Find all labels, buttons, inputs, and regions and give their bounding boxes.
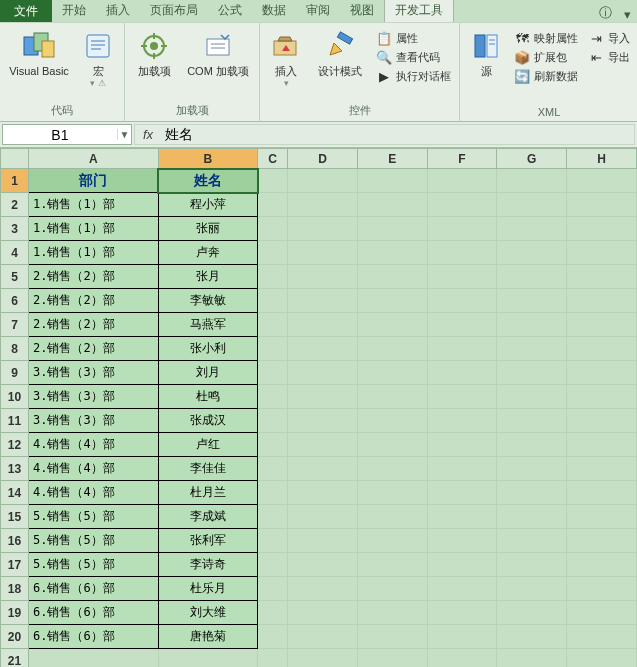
cell-A21[interactable] — [28, 649, 158, 668]
cell-C18[interactable] — [258, 577, 288, 601]
cell-B18[interactable]: 杜乐月 — [158, 577, 258, 601]
cell-E10[interactable] — [357, 385, 427, 409]
cell-B6[interactable]: 李敏敏 — [158, 289, 258, 313]
cell-F8[interactable] — [427, 337, 497, 361]
run-dialog-button[interactable]: ▶ 执行对话框 — [374, 67, 453, 85]
cell-G19[interactable] — [497, 601, 567, 625]
cell-D14[interactable] — [288, 481, 358, 505]
cell-D7[interactable] — [288, 313, 358, 337]
cell-D13[interactable] — [288, 457, 358, 481]
cell-D21[interactable] — [288, 649, 358, 668]
cell-B8[interactable]: 张小利 — [158, 337, 258, 361]
col-header-H[interactable]: H — [567, 149, 637, 169]
cell-B11[interactable]: 张成汉 — [158, 409, 258, 433]
design-mode-button[interactable]: 设计模式 — [312, 27, 368, 78]
cell-E20[interactable] — [357, 625, 427, 649]
cell-G4[interactable] — [497, 241, 567, 265]
cell-F13[interactable] — [427, 457, 497, 481]
row-header-6[interactable]: 6 — [1, 289, 29, 313]
cell-F5[interactable] — [427, 265, 497, 289]
cell-A4[interactable]: 1.销售（1）部 — [28, 241, 158, 265]
cell-H6[interactable] — [567, 289, 637, 313]
cell-H14[interactable] — [567, 481, 637, 505]
cell-G8[interactable] — [497, 337, 567, 361]
cell-D6[interactable] — [288, 289, 358, 313]
cell-B7[interactable]: 马燕军 — [158, 313, 258, 337]
tab-5[interactable]: 审阅 — [296, 0, 340, 22]
cell-B19[interactable]: 刘大维 — [158, 601, 258, 625]
row-header-5[interactable]: 5 — [1, 265, 29, 289]
cell-F16[interactable] — [427, 529, 497, 553]
cell-B20[interactable]: 唐艳菊 — [158, 625, 258, 649]
cell-C20[interactable] — [258, 625, 288, 649]
cell-H18[interactable] — [567, 577, 637, 601]
cell-D20[interactable] — [288, 625, 358, 649]
cell-H10[interactable] — [567, 385, 637, 409]
tab-file[interactable]: 文件 — [0, 0, 52, 22]
cell-G9[interactable] — [497, 361, 567, 385]
cell-D12[interactable] — [288, 433, 358, 457]
name-box-dropdown[interactable]: ▼ — [117, 129, 131, 140]
cell-H15[interactable] — [567, 505, 637, 529]
name-box[interactable]: ▼ — [2, 124, 132, 145]
cell-D4[interactable] — [288, 241, 358, 265]
cell-C3[interactable] — [258, 217, 288, 241]
row-header-19[interactable]: 19 — [1, 601, 29, 625]
cell-A14[interactable]: 4.销售（4）部 — [28, 481, 158, 505]
row-header-10[interactable]: 10 — [1, 385, 29, 409]
properties-button[interactable]: 📋 属性 — [374, 29, 453, 47]
cell-B12[interactable]: 卢红 — [158, 433, 258, 457]
cell-D5[interactable] — [288, 265, 358, 289]
minimize-ribbon-icon[interactable]: ▾ — [618, 7, 637, 22]
row-header-15[interactable]: 15 — [1, 505, 29, 529]
cell-C2[interactable] — [258, 193, 288, 217]
cell-A13[interactable]: 4.销售（4）部 — [28, 457, 158, 481]
cell-H4[interactable] — [567, 241, 637, 265]
cell-E12[interactable] — [357, 433, 427, 457]
cell-G14[interactable] — [497, 481, 567, 505]
cell-H2[interactable] — [567, 193, 637, 217]
name-box-input[interactable] — [3, 127, 117, 143]
col-header-E[interactable]: E — [357, 149, 427, 169]
export-button[interactable]: ⇤ 导出 — [586, 48, 632, 66]
cell-B15[interactable]: 李成斌 — [158, 505, 258, 529]
cell-D1[interactable] — [288, 169, 358, 193]
cell-E15[interactable] — [357, 505, 427, 529]
cell-G3[interactable] — [497, 217, 567, 241]
cell-D19[interactable] — [288, 601, 358, 625]
cell-G2[interactable] — [497, 193, 567, 217]
cell-D2[interactable] — [288, 193, 358, 217]
cell-D10[interactable] — [288, 385, 358, 409]
cell-F6[interactable] — [427, 289, 497, 313]
cell-C12[interactable] — [258, 433, 288, 457]
cell-H19[interactable] — [567, 601, 637, 625]
help-icon[interactable]: ⓘ — [593, 4, 618, 22]
cell-A8[interactable]: 2.销售（2）部 — [28, 337, 158, 361]
import-button[interactable]: ⇥ 导入 — [586, 29, 632, 47]
cell-F7[interactable] — [427, 313, 497, 337]
cell-C7[interactable] — [258, 313, 288, 337]
cell-E7[interactable] — [357, 313, 427, 337]
cell-G6[interactable] — [497, 289, 567, 313]
cell-C21[interactable] — [258, 649, 288, 668]
col-header-A[interactable]: A — [28, 149, 158, 169]
insert-control-button[interactable]: 插入 ▾ — [266, 27, 306, 88]
cell-A2[interactable]: 1.销售（1）部 — [28, 193, 158, 217]
col-header-G[interactable]: G — [497, 149, 567, 169]
cell-D17[interactable] — [288, 553, 358, 577]
cell-G21[interactable] — [497, 649, 567, 668]
cell-E3[interactable] — [357, 217, 427, 241]
row-header-13[interactable]: 13 — [1, 457, 29, 481]
cell-H1[interactable] — [567, 169, 637, 193]
row-header-21[interactable]: 21 — [1, 649, 29, 668]
cell-E9[interactable] — [357, 361, 427, 385]
cell-E18[interactable] — [357, 577, 427, 601]
cell-H8[interactable] — [567, 337, 637, 361]
col-header-F[interactable]: F — [427, 149, 497, 169]
cell-G17[interactable] — [497, 553, 567, 577]
cell-F17[interactable] — [427, 553, 497, 577]
map-properties-button[interactable]: 🗺 映射属性 — [512, 29, 580, 47]
cell-E16[interactable] — [357, 529, 427, 553]
row-header-3[interactable]: 3 — [1, 217, 29, 241]
cell-C11[interactable] — [258, 409, 288, 433]
